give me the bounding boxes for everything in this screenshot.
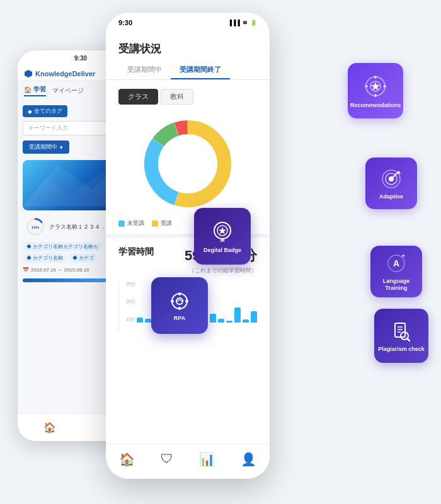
tab-active[interactable]: 受講期間中 [118, 61, 171, 79]
svg-rect-28 [383, 85, 386, 87]
rpa-icon [169, 291, 190, 311]
adaptive-icon [381, 168, 402, 190]
signal-icon: ▐▐▐ [228, 20, 240, 26]
badge-recommendations[interactable]: Recommendations [348, 63, 403, 118]
badge-rpa[interactable]: RPA [151, 277, 208, 334]
svg-marker-24 [371, 82, 380, 91]
home-small-icon: 🏠 [24, 86, 32, 93]
bar-item [226, 321, 232, 323]
svg-rect-17 [178, 292, 181, 295]
learning-section-title: 学習時間 [118, 246, 154, 258]
digital-badge-label: Degital Badge [203, 247, 241, 254]
toggle-subject[interactable]: 教科 [161, 89, 193, 105]
scene: 9:30 ▐▐▐ ≋ 🔋 KnowledgeDeliver 🏠 学習 [0, 0, 441, 504]
svg-rect-20 [185, 300, 188, 302]
wifi-icon: ≋ [243, 20, 248, 26]
bar-item [243, 319, 249, 323]
bar-item [210, 314, 216, 323]
plagiarism-badge-label: Plagiarism check [378, 346, 425, 353]
tag-item: ◆ カテゴ [69, 253, 98, 263]
nav-item-study[interactable]: 🏠 学習 [24, 85, 46, 96]
home-nav-icon[interactable]: 🏠 [119, 452, 135, 467]
legend-attended: 受講 [152, 219, 172, 227]
shield-nav-icon[interactable]: 🛡 [161, 452, 173, 466]
badge-language-training[interactable]: A LanguageTraining [370, 246, 422, 297]
front-phone-time: 9:30 [118, 19, 132, 26]
bar-item [234, 307, 241, 323]
period-button[interactable]: 受講期間中 ▾ [23, 140, 69, 154]
language-badge-label: LanguageTraining [383, 278, 410, 292]
badge-adaptive[interactable]: Adaptive [365, 158, 417, 209]
svg-rect-26 [375, 94, 377, 97]
bar-item [137, 318, 143, 323]
logo-icon [24, 69, 33, 78]
donut-chart-area [106, 113, 270, 214]
toggle-class[interactable]: クラス [118, 89, 158, 105]
svg-rect-25 [375, 76, 377, 79]
svg-rect-27 [365, 85, 368, 87]
home-icon[interactable]: 🏠 [43, 421, 56, 433]
svg-rect-37 [395, 323, 405, 337]
nav-item-mypage[interactable]: マイページ [52, 85, 84, 96]
tab-bar[interactable]: 受講期間中 受講期間終了 [106, 61, 270, 80]
plagiarism-icon [391, 321, 412, 342]
rpa-badge-label: RPA [174, 315, 185, 322]
badge-digital[interactable]: Degital Badge [194, 208, 251, 265]
bar-y-axis: 25分 20分 15分 [119, 281, 135, 323]
svg-line-42 [408, 338, 410, 341]
bar-item [218, 319, 224, 323]
front-phone-statusbar: 9:30 ▐▐▐ ≋ 🔋 [106, 13, 270, 33]
chevron-icon: ▾ [60, 144, 63, 151]
toggle-row[interactable]: クラス 教科 [106, 89, 270, 105]
badge-plagiarism-check[interactable]: Plagiarism check [374, 309, 428, 363]
recommendations-icon [364, 74, 387, 98]
donut-svg [137, 113, 238, 214]
svg-text:A: A [393, 258, 399, 268]
recommendations-badge-label: Recommendations [350, 102, 401, 109]
calendar-icon: 📅 [23, 267, 29, 273]
bar-item [145, 319, 151, 323]
progress-circle: 15% [25, 217, 45, 237]
course-progress-bar [23, 278, 115, 282]
tab-expired[interactable]: 受講期間終了 [171, 61, 230, 79]
svg-rect-14 [220, 241, 225, 242]
front-phone-bottom-nav[interactable]: 🏠 🛡 📊 👤 [106, 444, 270, 479]
adaptive-badge-label: Adaptive [379, 193, 403, 200]
battery-icon: 🔋 [250, 20, 257, 26]
signal-icons: ▐▐▐ ≋ 🔋 [228, 20, 257, 26]
legend-dot-yellow [152, 220, 158, 227]
svg-text:15%: 15% [32, 225, 40, 229]
back-phone-time: 9:30 [74, 55, 87, 62]
svg-marker-0 [25, 70, 32, 77]
svg-rect-18 [178, 307, 181, 310]
learning-time-sub: （これまでの総学習時間） [185, 266, 257, 275]
tag-item: ◆ カテゴリ名称カテゴリ名称カ [23, 242, 102, 251]
page-title: 受講状況 [106, 33, 270, 61]
svg-point-15 [172, 294, 187, 309]
svg-marker-12 [219, 227, 226, 234]
tag-item: ◆ カテゴリ名称 [23, 253, 67, 263]
tag-icon: ◆ [28, 108, 32, 115]
language-icon: A [386, 253, 407, 274]
profile-nav-icon[interactable]: 👤 [241, 452, 256, 467]
legend-dot-blue [118, 220, 125, 227]
svg-marker-36 [401, 254, 405, 258]
chart-nav-icon[interactable]: 📊 [199, 452, 215, 467]
logo-text: KnowledgeDeliver [35, 70, 95, 77]
bar-item [251, 311, 257, 323]
legend-unattended: 未受講 [118, 219, 144, 227]
svg-rect-19 [171, 300, 174, 302]
donut-chart [137, 113, 238, 214]
medal-icon [211, 220, 234, 243]
tag-button[interactable]: ◆ 全てのタグ [23, 105, 67, 117]
